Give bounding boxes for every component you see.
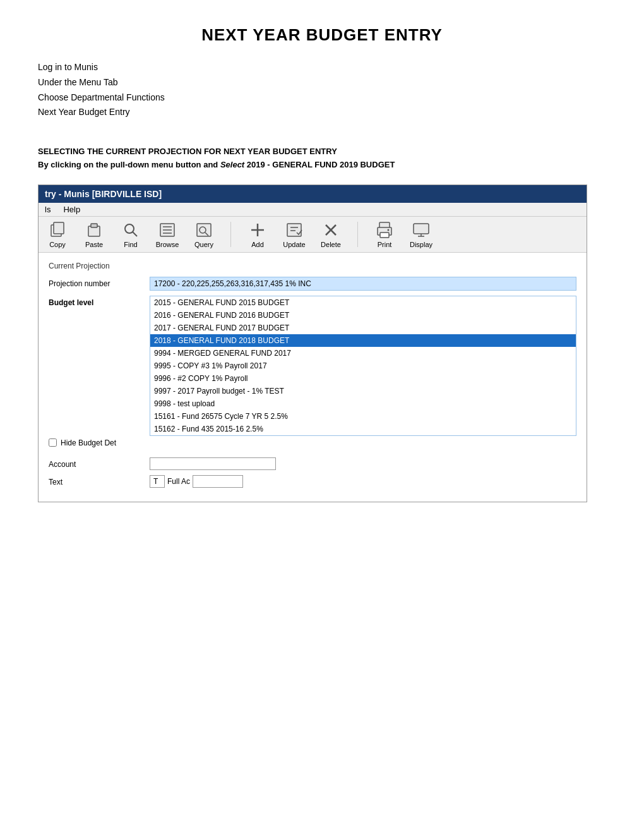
dropdown-item-1[interactable]: 2016 - GENERAL FUND 2016 BUDGET (150, 309, 576, 322)
projection-number-value[interactable]: 17200 - 220,225,255,263,316,317,435 1% I… (150, 277, 576, 291)
toolbar-paste[interactable]: Paste (81, 221, 107, 248)
budget-level-dropdown[interactable]: 2015 - GENERAL FUND 2015 BUDGET 2016 - G… (150, 296, 576, 436)
current-projection-label: Current Projection (49, 262, 576, 270)
add-icon (247, 221, 268, 239)
dropdown-item-0[interactable]: 2015 - GENERAL FUND 2015 BUDGET (150, 296, 576, 309)
dropdown-item-3[interactable]: 2018 - GENERAL FUND 2018 BUDGET (150, 334, 576, 347)
instruction-line-3: Choose Departmental Functions (38, 90, 606, 106)
instruction-line-2: Under the Menu Tab (38, 75, 606, 90)
display-icon (410, 221, 432, 239)
svg-line-5 (133, 232, 137, 236)
query-icon (193, 221, 215, 239)
dropdown-item-6[interactable]: 9996 - #2 COPY 1% Payroll (150, 372, 576, 385)
toolbar-browse[interactable]: Browse (155, 221, 180, 248)
dropdown-item-5[interactable]: 9995 - COPY #3 1% Payroll 2017 (150, 360, 576, 372)
budget-level-label: Budget level (49, 296, 150, 307)
instructions: Log in to Munis Under the Menu Tab Choos… (38, 60, 606, 120)
projection-number-label: Projection number (49, 277, 150, 288)
toolbar: Copy Paste Find Browse Query (39, 217, 587, 253)
text-input-full-ac[interactable] (193, 475, 243, 488)
dropdown-item-7[interactable]: 9997 - 2017 Payroll budget - 1% TEST (150, 385, 576, 397)
projection-number-row: Projection number 17200 - 220,225,255,26… (49, 277, 576, 291)
svg-rect-3 (91, 224, 97, 227)
svg-rect-1 (54, 222, 64, 234)
toolbar-query[interactable]: Query (191, 221, 217, 248)
svg-rect-22 (380, 233, 389, 238)
dropdown-item-4[interactable]: 9994 - MERGED GENERAL FUND 2017 (150, 347, 576, 360)
toolbar-print[interactable]: Print (372, 221, 397, 248)
delete-icon (320, 221, 342, 239)
toolbar-sep-2 (357, 222, 358, 247)
text-label: Text (49, 475, 150, 486)
dropdown-item-9[interactable]: 15161 - Fund 26575 Cycle 7 YR 5 2.5% (150, 410, 576, 423)
hide-budget-label: Hide Budget Det (61, 438, 116, 447)
instruction-line-1: Log in to Munis (38, 60, 606, 75)
toolbar-update[interactable]: Update (282, 221, 307, 248)
svg-point-4 (125, 224, 134, 233)
menu-item-help[interactable]: Help (63, 205, 80, 214)
dropdown-item-10[interactable]: 15162 - Fund 435 2015-16 2.5% (150, 423, 576, 435)
toolbar-copy[interactable]: Copy (45, 221, 70, 248)
svg-point-23 (388, 229, 390, 231)
update-icon (283, 221, 305, 239)
toolbar-delete[interactable]: Delete (318, 221, 343, 248)
section-heading-line2: By clicking on the pull-down menu button… (38, 159, 606, 172)
account-label: Account (49, 457, 150, 469)
print-icon (374, 221, 395, 239)
text-input-t[interactable] (150, 475, 165, 488)
svg-rect-24 (414, 224, 429, 234)
dropdown-item-8[interactable]: 9998 - test upload (150, 397, 576, 410)
hide-budget-row: Hide Budget Det (49, 438, 576, 452)
account-row: Account (49, 457, 576, 470)
text-fields: Full Ac (150, 475, 243, 488)
browse-icon (157, 221, 178, 239)
instruction-line-4: Next Year Budget Entry (38, 105, 606, 120)
find-icon (120, 221, 141, 239)
budget-level-row: Budget level 2015 - GENERAL FUND 2015 BU… (49, 296, 576, 436)
section-heading: SELECTING THE CURRENT PROJECTION FOR NEX… (38, 145, 606, 172)
page-title: NEXT YEAR BUDGET ENTRY (38, 25, 606, 45)
app-window: try - Munis [BIRDVILLE ISD] ls Help Copy… (38, 184, 587, 502)
section-heading-line1: SELECTING THE CURRENT PROJECTION FOR NEX… (38, 145, 606, 159)
menu-item-ls[interactable]: ls (45, 205, 51, 214)
window-menubar: ls Help (39, 203, 587, 217)
hide-budget-checkbox-row: Hide Budget Det (49, 438, 116, 447)
toolbar-find[interactable]: Find (118, 221, 143, 248)
text-row: Text Full Ac (49, 475, 576, 488)
toolbar-add[interactable]: Add (245, 221, 270, 248)
dropdown-item-2[interactable]: 2017 - GENERAL FUND 2017 BUDGET (150, 322, 576, 334)
paste-icon (83, 221, 105, 239)
copy-icon (47, 221, 68, 239)
toolbar-display[interactable]: Display (408, 221, 434, 248)
hide-budget-checkbox[interactable] (49, 438, 57, 447)
toolbar-sep-1 (230, 222, 231, 247)
account-input[interactable] (150, 457, 276, 470)
full-ac-label: Full Ac (167, 477, 190, 486)
content-area: Current Projection Projection number 172… (39, 253, 587, 502)
window-titlebar: try - Munis [BIRDVILLE ISD] (39, 185, 587, 203)
